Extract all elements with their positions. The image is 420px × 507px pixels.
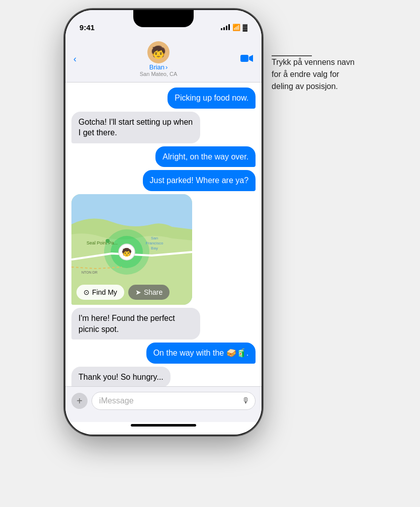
back-chevron-icon: ‹ [73,54,76,64]
map-buttons: ⊙ Find My ➤ Share [76,285,170,300]
message-row-7: On the way with the 🥪🧃. [71,343,256,364]
home-indicator [131,424,196,427]
message-row-5: Seal Point Pa... San Francisco Bay NTON … [71,194,256,305]
message-bubble-8: Thank you! So hungry... [71,367,171,386]
share-location-button[interactable]: ➤ Share [128,285,170,300]
notch [133,10,194,27]
battery-icon: ▓ [243,24,247,31]
svg-point-11 [106,239,110,243]
message-row-6: I'm here! Found the perfect picnic spot. [71,308,256,340]
find-my-button[interactable]: ⊙ Find My [76,285,124,300]
svg-rect-0 [240,55,248,62]
contact-name: Brian › [149,63,168,71]
input-bar: + iMessage 🎙 [65,386,262,422]
message-row-4: Just parked! Where are ya? [71,170,256,191]
nav-bar: ‹ 🧒 Brian › San Mateo, CA [65,37,262,82]
phone-frame: 9:41 📶 ▓ ‹ 🧒 Brian › [65,10,262,435]
svg-text:Bay: Bay [151,246,158,250]
wifi-icon: 📶 [232,24,240,31]
svg-text:Seal Point Pa...: Seal Point Pa... [87,240,118,245]
callout-box: Trykk på vennens navnfor å endre valg fo… [272,10,355,93]
message-input[interactable]: iMessage [99,396,133,405]
contact-location: San Mateo, CA [140,71,178,77]
svg-text:San: San [151,236,158,240]
page-wrapper: 9:41 📶 ▓ ‹ 🧒 Brian › [55,0,365,445]
callout-text: Trykk på vennens navnfor å endre valg fo… [272,56,355,93]
svg-text:Francisco: Francisco [146,241,163,245]
message-bubble-4: Just parked! Where are ya? [143,170,256,191]
add-button[interactable]: + [71,393,88,409]
avatar: 🧒 [147,41,170,63]
message-bubble-1: Picking up food now. [167,88,256,109]
message-bubble-3: Alright, on the way over. [155,146,256,167]
messages-area: Picking up food now. Gotcha! I'll start … [65,82,262,386]
share-icon: ➤ [135,288,141,296]
message-bubble-2: Gotcha! I'll start setting up when I get… [71,112,200,143]
svg-text:🧒: 🧒 [122,247,132,257]
mic-icon[interactable]: 🎙 [242,396,250,405]
status-icons: 📶 ▓ [221,24,247,31]
signal-bars-icon [221,24,230,30]
message-bubble-7: On the way with the 🥪🧃. [146,343,256,364]
back-button[interactable]: ‹ [73,54,76,64]
status-time: 9:41 [79,23,95,32]
map-bubble[interactable]: Seal Point Pa... San Francisco Bay NTON … [71,194,192,305]
message-input-wrapper: iMessage 🎙 [92,392,256,410]
callout-line [272,50,355,56]
message-row-2: Gotcha! I'll start setting up when I get… [71,112,256,143]
message-row-1: Picking up food now. [71,88,256,109]
contact-info[interactable]: 🧒 Brian › San Mateo, CA [140,41,178,77]
message-bubble-6: I'm here! Found the perfect picnic spot. [71,308,200,340]
contact-name-chevron-icon: › [165,63,167,71]
video-call-button[interactable] [240,53,254,66]
find-my-icon: ⊙ [83,288,90,296]
svg-text:NTON DR: NTON DR [81,271,98,274]
status-bar: 9:41 📶 ▓ [65,10,262,37]
message-row-3: Alright, on the way over. [71,146,256,167]
message-row-8: Thank you! So hungry... [71,367,256,386]
